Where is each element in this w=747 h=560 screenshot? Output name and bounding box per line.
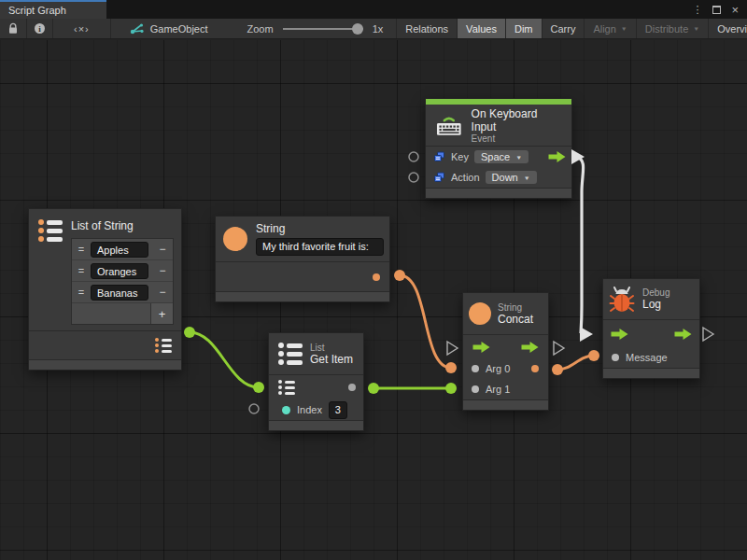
string-output-port[interactable] [373, 273, 380, 281]
bug-icon [609, 286, 635, 314]
node-string-literal[interactable]: String My third favorite fruit is: [215, 216, 390, 302]
toolbar-button-carry[interactable]: Carry [543, 19, 585, 38]
node-title: Log [642, 298, 669, 311]
wire-endpoint [368, 383, 379, 394]
toolbar-button-overview[interactable]: Overview [709, 19, 747, 38]
remove-item-button[interactable]: − [152, 264, 173, 277]
wire-endpoint [552, 364, 563, 375]
wire-endpoint [184, 327, 195, 338]
list-icon [278, 343, 303, 365]
log-flow-out-marker[interactable] [703, 328, 713, 341]
flow-output-port[interactable] [548, 151, 566, 162]
node-footer [216, 291, 389, 301]
arg1-input-port[interactable] [472, 385, 479, 393]
port-label-action: Action [451, 172, 480, 183]
list-input-port-icon[interactable] [278, 380, 295, 395]
list-item-field[interactable]: Apples [91, 242, 148, 258]
flow-output-port[interactable] [521, 342, 539, 353]
index-outer-port[interactable] [249, 404, 259, 413]
arg0-label: Arg 0 [486, 363, 510, 374]
list-item-row: = Oranges − [72, 260, 173, 282]
node-subtitle: Event [472, 133, 564, 144]
action-dropdown[interactable]: Down ▼ [486, 171, 537, 184]
lock-icon [7, 22, 19, 35]
window-menu-icon[interactable]: ⋮ [692, 4, 702, 16]
toolbar-button-relations[interactable]: Relations [397, 19, 458, 38]
graph-target[interactable]: GameObject [111, 19, 221, 38]
drag-handle-icon[interactable]: = [72, 265, 91, 276]
enum-icon [433, 172, 445, 183]
zoom-slider-handle[interactable] [352, 23, 363, 35]
toolbar-button-dim[interactable]: Dim [506, 19, 543, 38]
flow-output-port[interactable] [674, 329, 692, 340]
key-dropdown[interactable]: Space ▼ [474, 150, 529, 163]
wire-end-arrow [580, 327, 593, 342]
string-type-icon [469, 302, 491, 325]
maximize-icon[interactable] [712, 6, 721, 14]
drag-handle-icon[interactable]: = [72, 287, 91, 298]
result-output-port[interactable] [531, 365, 539, 372]
inspect-button[interactable]: i [27, 19, 53, 38]
graph-canvas[interactable]: List of String = Apples − = Oranges − = [0, 40, 747, 560]
node-debug-log[interactable]: Debug Log Message [602, 278, 700, 379]
zoom-label: Zoom [247, 23, 274, 35]
tab-title: Script Graph [8, 5, 66, 16]
remove-item-button[interactable]: − [152, 243, 173, 256]
concat-flow-out-marker[interactable] [554, 342, 564, 355]
wire-list-to-getitem[interactable] [190, 332, 259, 387]
index-input-port[interactable] [282, 406, 290, 414]
toolbar-button-align[interactable]: Align ▼ [585, 19, 636, 38]
node-footer [29, 359, 181, 370]
concat-flow-in-marker[interactable] [447, 342, 458, 355]
arg1-label: Arg 1 [486, 384, 510, 395]
node-get-item[interactable]: List Get Item Index 3 [268, 332, 364, 431]
node-concat[interactable]: String Concat Arg 0 Arg 1 [462, 292, 549, 411]
item-output-port[interactable] [348, 384, 356, 391]
list-item-field[interactable]: Oranges [91, 263, 148, 279]
edit-source-button[interactable]: ‹×› [53, 19, 111, 38]
wire-endpoint [394, 270, 405, 281]
wire-concat-to-log[interactable] [557, 356, 594, 370]
add-item-button[interactable]: + [150, 303, 173, 324]
toolbar-button-distribute[interactable]: Distribute ▼ [637, 19, 709, 38]
wire-endpoint [445, 362, 457, 373]
flow-input-port[interactable] [611, 329, 628, 340]
wire-string-to-concat[interactable] [400, 275, 451, 368]
arg0-input-port[interactable] [472, 365, 479, 372]
string-type-icon [223, 227, 247, 251]
list-item-field[interactable]: Bananas [91, 285, 148, 301]
chevron-down-icon: ▼ [515, 154, 522, 160]
list-output-port-icon[interactable] [155, 338, 172, 353]
close-icon[interactable]: × [731, 4, 739, 16]
node-footer [603, 368, 699, 378]
enum-icon [433, 151, 445, 162]
index-label: Index [297, 404, 322, 415]
node-list-of-string[interactable]: List of String = Apples − = Oranges − = [28, 208, 182, 371]
chevron-down-icon: ▼ [621, 25, 627, 31]
node-on-keyboard-input[interactable]: On Keyboard Input Event Key Space ▼ [425, 98, 572, 199]
remove-item-button[interactable]: − [152, 286, 173, 299]
info-icon: i [35, 23, 45, 34]
lock-button[interactable] [0, 19, 27, 38]
zoom-slider[interactable] [283, 28, 363, 30]
node-title: List of String [71, 219, 174, 232]
keyboard-icon [435, 114, 463, 137]
zoom-control: Zoom 1x [221, 19, 398, 38]
toolbar-button-values[interactable]: Values [458, 19, 506, 38]
index-field[interactable]: 3 [329, 401, 347, 419]
action-outer-port[interactable] [409, 173, 418, 182]
list-icon [38, 219, 63, 242]
port-label-key: Key [451, 151, 469, 162]
node-footer [426, 188, 571, 198]
node-title: Concat [498, 313, 533, 326]
key-outer-port[interactable] [409, 152, 418, 161]
string-value-field[interactable]: My third favorite fruit is: [256, 238, 384, 256]
list-item-row: = Bananas − [72, 282, 173, 303]
tab-script-graph[interactable]: Script Graph [0, 0, 106, 19]
flow-input-port[interactable] [472, 342, 490, 353]
wire-endpoint [588, 350, 599, 361]
node-title: Get Item [310, 353, 353, 366]
drag-handle-icon[interactable]: = [72, 244, 91, 255]
message-input-port[interactable] [612, 354, 619, 361]
wire-control-keyboard-to-log[interactable] [577, 157, 584, 333]
